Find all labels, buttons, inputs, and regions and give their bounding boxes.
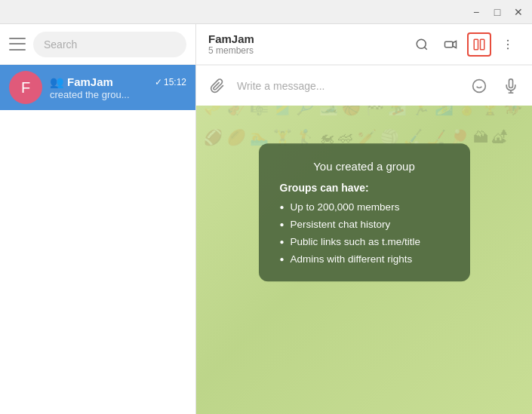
chat-preview: created the grou...	[50, 89, 186, 100]
chat-header-info: FamJam 5 members	[208, 32, 402, 56]
more-options-button[interactable]	[496, 32, 520, 57]
svg-point-0	[417, 39, 426, 48]
chat-name: 👥 FamJam	[50, 75, 113, 89]
chat-list-item-famjam[interactable]: F 👥 FamJam ✓ 15:12 created the grou...	[0, 65, 195, 110]
chat-name-text: FamJam	[67, 75, 113, 88]
check-icon: ✓	[155, 77, 162, 87]
microphone-button[interactable]	[499, 74, 523, 98]
maximize-button[interactable]: □	[487, 2, 508, 23]
chat-time: ✓ 15:12	[155, 77, 186, 87]
list-item: Admins with different rights	[280, 253, 449, 265]
emoji-button[interactable]	[467, 74, 491, 98]
svg-point-6	[507, 39, 509, 41]
message-input[interactable]	[237, 80, 460, 92]
app-container: F 👥 FamJam ✓ 15:12 created the grou...	[0, 24, 532, 414]
header-icons	[410, 32, 520, 57]
chat-area: FamJam 5 members	[196, 24, 532, 414]
list-item: Public links such as t.me/title	[280, 236, 449, 247]
info-card-list: Up to 200,000 members Persistent chat hi…	[280, 201, 449, 265]
svg-line-1	[424, 47, 426, 49]
search-button[interactable]	[410, 32, 434, 57]
avatar: F	[9, 71, 42, 104]
svg-point-9	[473, 79, 486, 92]
sidebar-header	[0, 24, 195, 65]
svg-point-8	[507, 48, 509, 49]
minimize-button[interactable]: −	[466, 2, 487, 23]
group-icon: 👥	[50, 75, 64, 89]
svg-rect-5	[481, 39, 484, 50]
svg-marker-3	[453, 41, 457, 48]
search-box[interactable]	[33, 32, 186, 57]
sidebar: F 👥 FamJam ✓ 15:12 created the grou...	[0, 24, 196, 414]
message-bar	[196, 65, 532, 106]
attach-button[interactable]	[205, 74, 229, 98]
svg-point-7	[507, 43, 509, 44]
chat-name-row: 👥 FamJam ✓ 15:12	[50, 75, 186, 89]
svg-rect-2	[445, 41, 454, 48]
time-text: 15:12	[164, 77, 186, 87]
list-item: Up to 200,000 members	[280, 201, 449, 213]
hamburger-menu-button[interactable]	[9, 36, 26, 53]
columns-view-button[interactable]	[467, 32, 491, 57]
close-button[interactable]: ✕	[508, 2, 529, 23]
titlebar: − □ ✕	[0, 0, 532, 24]
chat-header: FamJam 5 members	[196, 24, 532, 65]
chat-info: 👥 FamJam ✓ 15:12 created the grou...	[50, 75, 186, 100]
group-created-info-card: You created a group Groups can have: Up …	[259, 143, 470, 281]
search-input[interactable]	[44, 38, 176, 51]
chat-header-members: 5 members	[208, 45, 402, 56]
info-card-subtitle: Groups can have:	[280, 182, 449, 194]
svg-rect-4	[474, 39, 478, 50]
list-item: Persistent chat history	[280, 219, 449, 230]
video-call-button[interactable]	[438, 32, 463, 57]
chat-header-name: FamJam	[208, 32, 402, 45]
info-card-title: You created a group	[280, 160, 449, 173]
